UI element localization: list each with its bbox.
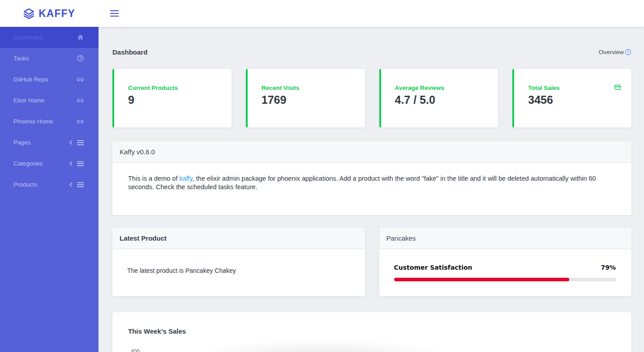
stat-value: 9 <box>128 93 221 106</box>
sidebar-item-label: Tasks <box>13 55 29 62</box>
card-body: This is a demo of kaffy, the elixir admi… <box>112 163 631 215</box>
demo-text-before: This is a demo of <box>128 175 179 182</box>
satisfaction-label: Customer Satisfaction <box>394 264 472 271</box>
sidebar-item-products[interactable]: Products <box>0 174 99 195</box>
chart-shadow <box>189 340 457 352</box>
list-icon <box>77 182 84 187</box>
weekly-sales-title: This Week's Sales <box>112 312 631 335</box>
stat-title: Current Products <box>128 85 178 91</box>
list-icon <box>77 140 84 145</box>
home-icon <box>77 34 84 41</box>
stat-title: Recent Visits <box>262 85 300 91</box>
card-header: Latest Product <box>112 228 365 249</box>
chevron-left-icon <box>69 161 73 166</box>
stat-value: 3456 <box>528 93 621 106</box>
demo-text-after: , the elixir admin package for phoenix a… <box>128 175 596 191</box>
sidebar-item-phoenix-home[interactable]: Phoenix Home <box>0 111 99 132</box>
link-icon <box>77 76 84 83</box>
link-icon <box>77 119 84 125</box>
menu-toggle-button[interactable] <box>110 10 119 17</box>
sidebar-item-label: GitHub Repo <box>13 76 48 83</box>
card-header: Pancakes <box>379 228 632 249</box>
sidebar-item-github-repo[interactable]: GitHub Repo <box>0 69 99 90</box>
link-icon <box>77 98 84 104</box>
main-content: Dashboard Overview Current Products 9 Re… <box>99 27 644 352</box>
sidebar-item-label: Elixir Home <box>13 97 44 104</box>
stat-value: 1769 <box>262 93 354 106</box>
sidebar-item-tasks[interactable]: Tasks <box>0 48 99 69</box>
page-title: Dashboard <box>112 48 147 56</box>
stat-card-total-sales: Total Sales 3456 <box>512 69 631 127</box>
satisfaction-value: 79% <box>601 264 616 271</box>
chevron-left-icon <box>69 140 73 145</box>
stat-card-average-reviews: Average Reviews 4.7 / 5.0 <box>379 69 498 127</box>
sidebar: Dashboard Tasks GitHub Repo Elixir Home <box>0 27 99 352</box>
stat-cards-row: Current Products 9 Recent Visits 1769 Av… <box>112 69 631 127</box>
top-bar: KAFFY <box>0 0 644 27</box>
latest-product-text: The latest product is Pancakey Chakey <box>112 249 365 292</box>
kaffy-link[interactable]: kaffy <box>179 175 192 182</box>
stat-card-recent-visits: Recent Visits 1769 <box>246 69 365 127</box>
stat-card-current-products: Current Products 9 <box>112 69 232 127</box>
stat-title: Total Sales <box>528 85 559 91</box>
list-icon <box>77 161 84 166</box>
sidebar-item-pages[interactable]: Pages <box>0 132 99 153</box>
sidebar-item-elixir-home[interactable]: Elixir Home <box>0 90 99 111</box>
pancakes-card: Pancakes Customer Satisfaction 79% <box>379 228 632 296</box>
clock-icon <box>77 55 84 62</box>
layers-icon <box>23 8 34 19</box>
brand-name: KAFFY <box>39 8 75 20</box>
card-header: Kaffy v0.8.0 <box>112 141 631 163</box>
sidebar-item-label: Categories <box>13 160 43 167</box>
sidebar-item-label: Pages <box>13 139 30 146</box>
chevron-left-icon <box>69 182 73 187</box>
sidebar-item-label: Phoenix Home <box>13 118 53 125</box>
chart-axis-tick: 400 <box>131 348 140 352</box>
stat-value: 4.7 / 5.0 <box>395 93 488 106</box>
sidebar-item-label: Products <box>13 181 37 188</box>
brand-logo[interactable]: KAFFY <box>0 8 99 20</box>
sidebar-item-dashboard[interactable]: Dashboard <box>0 27 99 48</box>
kaffy-version-card: Kaffy v0.8.0 This is a demo of kaffy, th… <box>112 141 631 215</box>
satisfaction-progress-track <box>394 278 616 281</box>
stat-title: Average Reviews <box>395 85 445 91</box>
satisfaction-progress-fill <box>394 278 569 281</box>
latest-product-card: Latest Product The latest product is Pan… <box>112 228 365 296</box>
info-icon[interactable] <box>625 49 631 55</box>
sidebar-item-label: Dashboard <box>13 34 43 41</box>
credit-card-icon <box>614 85 621 90</box>
sidebar-item-categories[interactable]: Categories <box>0 153 99 174</box>
overview-label: Overview <box>599 49 624 55</box>
weekly-sales-card: This Week's Sales 400 <box>112 312 631 352</box>
